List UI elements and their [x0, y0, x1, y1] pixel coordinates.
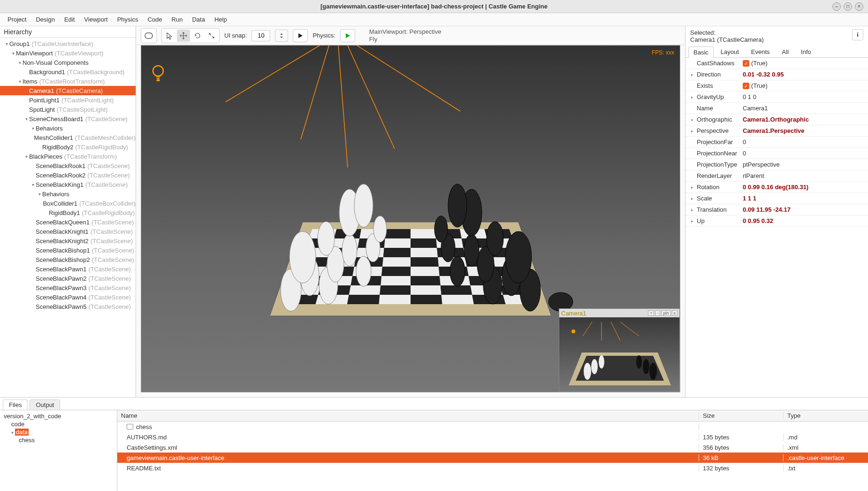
- property-row[interactable]: ▸Direction0.01 -0.32 0.95: [685, 69, 868, 80]
- property-grid[interactable]: CastShadows✓(True)▸Direction0.01 -0.32 0…: [685, 58, 868, 397]
- file-row[interactable]: AUTHORS.md135 bytes.md: [117, 432, 868, 442]
- close-button[interactable]: ×: [855, 2, 863, 11]
- hierarchy-item[interactable]: SceneBlackBishop2(TCastleScene): [0, 255, 136, 264]
- property-row[interactable]: RenderLayerrlParent: [685, 170, 868, 182]
- property-row[interactable]: ▸Scale1 1 1: [685, 193, 868, 204]
- property-row[interactable]: ProjectionTypeptPerspective: [685, 159, 868, 170]
- col-name[interactable]: Name: [117, 412, 699, 419]
- file-tree-item[interactable]: version_2_with_code: [2, 412, 115, 420]
- file-row[interactable]: CastleSettings.xml356 bytes.xml: [117, 442, 868, 453]
- hierarchy-item[interactable]: ▾Items(TCastleRootTransform): [0, 77, 136, 86]
- camera-preview-btn-+[interactable]: +: [648, 310, 654, 316]
- play-button[interactable]: [293, 29, 308, 42]
- file-tree-item[interactable]: code: [2, 420, 115, 428]
- hierarchy-item[interactable]: SpotLight(TCastleSpotLight): [0, 105, 136, 114]
- bottom-tab-output[interactable]: Output: [30, 399, 60, 410]
- menu-run[interactable]: Run: [168, 14, 187, 25]
- checkbox-icon[interactable]: ✓: [743, 83, 749, 89]
- maximize-button[interactable]: □: [844, 2, 852, 11]
- camera-preview-btn-x[interactable]: x: [672, 310, 678, 316]
- hierarchy-item[interactable]: ▾SceneBlackKing1(TCastleScene): [0, 180, 136, 189]
- hierarchy-item[interactable]: SceneBlackPawn1(TCastleScene): [0, 264, 136, 274]
- rotate-tool-icon[interactable]: [191, 30, 204, 42]
- hierarchy-item[interactable]: Background1(TCastleBackground): [0, 67, 136, 77]
- select-tool-icon[interactable]: [163, 30, 176, 42]
- col-size[interactable]: Size: [699, 412, 784, 419]
- hierarchy-item[interactable]: SceneBlackRook1(TCastleScene): [0, 161, 136, 170]
- menu-help[interactable]: Help: [211, 14, 231, 25]
- hierarchy-item[interactable]: ▾SceneChessBoard1(TCastleScene): [0, 114, 136, 123]
- hierarchy-item[interactable]: SceneBlackKnight1(TCastleScene): [0, 227, 136, 236]
- svg-point-106: [584, 363, 591, 380]
- hierarchy-item[interactable]: BoxCollider1(TCastleBoxCollider): [0, 199, 136, 208]
- menu-code[interactable]: Code: [144, 14, 166, 25]
- hierarchy-item[interactable]: SceneBlackKnight2(TCastleScene): [0, 236, 136, 246]
- inspector-tab-info[interactable]: Info: [796, 46, 816, 57]
- property-row[interactable]: ▸Up0 0.95 0.32: [685, 215, 868, 227]
- hierarchy-item[interactable]: ▾Behaviors: [0, 189, 136, 199]
- menu-physics[interactable]: Physics: [114, 14, 142, 25]
- menu-edit[interactable]: Edit: [61, 14, 78, 25]
- hierarchy-item[interactable]: RigidBody2(TCastleRigidBody): [0, 142, 136, 152]
- property-row[interactable]: ProjectionNear0: [685, 148, 868, 159]
- hierarchy-tree[interactable]: ▾Group1(TCastleUserInterface)▾MainViewpo…: [0, 38, 136, 397]
- camera-preview[interactable]: Camera1 +-pinx: [559, 308, 680, 392]
- camera-preview-btn--[interactable]: -: [655, 310, 660, 316]
- property-row[interactable]: ▸OrthographicCamera1.Orthographic: [685, 114, 868, 125]
- hierarchy-item[interactable]: SceneBlackPawn2(TCastleScene): [0, 274, 136, 283]
- menu-design[interactable]: Design: [32, 14, 58, 25]
- viewport-3d[interactable]: FPS: xxx: [141, 45, 680, 392]
- snap-input[interactable]: [251, 30, 270, 41]
- physics-play-button[interactable]: [340, 29, 355, 42]
- hierarchy-item[interactable]: SceneBlackPawn3(TCastleScene): [0, 283, 136, 292]
- file-tree-item[interactable]: ▾ data: [2, 428, 115, 436]
- snap-stepper[interactable]: [275, 30, 288, 42]
- file-row[interactable]: README.txt132 bytes.txt: [117, 463, 868, 473]
- property-row[interactable]: ▸GravityUp0 1 0: [685, 92, 868, 103]
- hierarchy-item[interactable]: ▾Behaviors: [0, 123, 136, 133]
- svg-marker-37: [382, 257, 411, 267]
- property-row[interactable]: CastShadows✓(True): [685, 58, 868, 69]
- hierarchy-item[interactable]: MeshCollider1(TCastleMeshCollider): [0, 133, 136, 142]
- file-tree-item[interactable]: chess: [2, 436, 115, 444]
- move-tool-icon[interactable]: [177, 30, 190, 42]
- rect-tool-icon[interactable]: [142, 30, 155, 42]
- property-row[interactable]: ▸Rotation0 0.99 0.16 deg(180.31): [685, 182, 868, 193]
- checkbox-icon[interactable]: ✓: [743, 60, 749, 67]
- bottom-tab-files[interactable]: Files: [3, 399, 28, 410]
- hierarchy-item[interactable]: SceneBlackBishop1(TCastleScene): [0, 246, 136, 255]
- inspector-tab-events[interactable]: Events: [746, 46, 775, 57]
- file-row[interactable]: chess: [117, 422, 868, 432]
- property-row[interactable]: ProjectionFar0: [685, 137, 868, 148]
- menu-project[interactable]: Project: [4, 14, 30, 25]
- col-type[interactable]: Type: [784, 412, 868, 419]
- file-tree[interactable]: version_2_with_codecode▾ datachess: [0, 410, 117, 491]
- hierarchy-item[interactable]: SceneBlackPawn5(TCastleScene): [0, 302, 136, 311]
- inspector-tab-all[interactable]: All: [777, 46, 794, 57]
- hierarchy-item[interactable]: Camera1(TCastleCamera): [0, 86, 136, 95]
- hierarchy-item[interactable]: PointLight1(TCastlePointLight): [0, 95, 136, 105]
- property-row[interactable]: ▸PerspectiveCamera1.Perspective: [685, 125, 868, 137]
- hierarchy-item[interactable]: ▾Non-Visual Components: [0, 58, 136, 67]
- hierarchy-item[interactable]: RigidBody1(TCastleRigidBody): [0, 208, 136, 217]
- property-row[interactable]: Exists✓(True): [685, 80, 868, 92]
- file-list[interactable]: Name Size Type chessAUTHORS.md135 bytes.…: [117, 410, 868, 491]
- file-row[interactable]: gameviewmain.castle-user-interface36 kB.…: [117, 453, 868, 463]
- menu-viewport[interactable]: Viewport: [80, 14, 111, 25]
- hierarchy-item[interactable]: ▾MainViewport(TCastleViewport): [0, 48, 136, 58]
- hierarchy-item[interactable]: ▾Group1(TCastleUserInterface): [0, 39, 136, 48]
- svg-point-76: [289, 231, 316, 283]
- camera-preview-btn-pin[interactable]: pin: [661, 310, 670, 316]
- inspector-tab-basic[interactable]: Basic: [688, 46, 714, 58]
- inspector-tab-layout[interactable]: Layout: [716, 46, 744, 57]
- scale-tool-icon[interactable]: [205, 30, 218, 42]
- hierarchy-item[interactable]: ▾BlackPieces(TCastleTransform): [0, 152, 136, 161]
- hierarchy-item[interactable]: SceneBlackPawn4(TCastleScene): [0, 292, 136, 302]
- property-row[interactable]: ▸Translation0.09 11.95 -24.17: [685, 204, 868, 215]
- info-button[interactable]: i: [852, 29, 863, 40]
- hierarchy-item[interactable]: SceneBlackQueen1(TCastleScene): [0, 217, 136, 227]
- property-row[interactable]: NameCamera1: [685, 103, 868, 114]
- minimize-button[interactable]: –: [832, 2, 841, 11]
- hierarchy-item[interactable]: SceneBlackRook2(TCastleScene): [0, 170, 136, 180]
- menu-data[interactable]: Data: [188, 14, 208, 25]
